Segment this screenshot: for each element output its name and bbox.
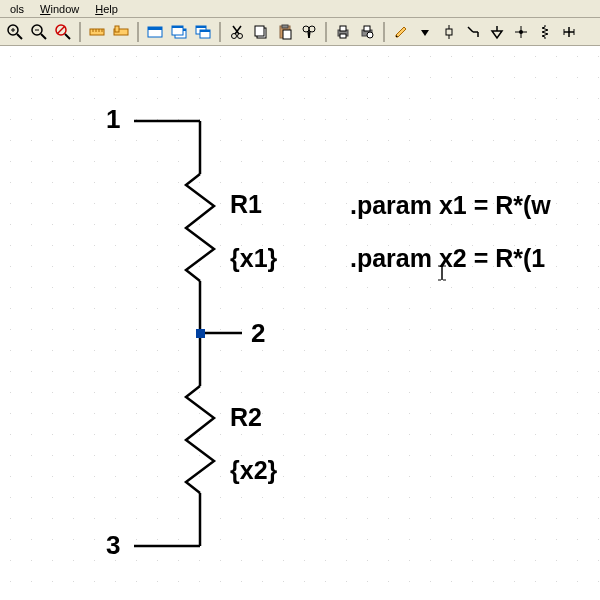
svg-point-30 — [238, 33, 243, 38]
menu-bar: ols Window Help — [0, 0, 600, 18]
schematic-drawing — [0, 46, 600, 600]
svg-marker-56 — [492, 31, 502, 38]
pencil-icon[interactable] — [390, 21, 412, 43]
junction-node — [196, 329, 205, 338]
resistor-icon[interactable] — [534, 21, 556, 43]
ruler1-icon[interactable] — [86, 21, 108, 43]
toolbar-separator — [219, 22, 221, 42]
toolbar-separator — [79, 22, 81, 42]
ruler2-icon[interactable] — [110, 21, 132, 43]
menu-tools[interactable]: ols — [4, 2, 30, 16]
paste-icon[interactable] — [274, 21, 296, 43]
spice-directive-1[interactable]: .param x1 = R*(w — [350, 191, 551, 220]
text-icon[interactable] — [558, 21, 580, 43]
svg-line-52 — [468, 27, 473, 32]
menu-window[interactable]: Window — [34, 2, 85, 16]
node-label-2[interactable]: 2 — [251, 318, 265, 349]
svg-point-59 — [519, 30, 523, 34]
component-value-r2[interactable]: {x2} — [230, 456, 277, 485]
svg-rect-34 — [282, 25, 288, 28]
component-icon[interactable] — [438, 21, 460, 43]
zoom-in-icon[interactable] — [4, 21, 26, 43]
node-label-1[interactable]: 1 — [106, 104, 120, 135]
svg-rect-18 — [148, 27, 162, 30]
ground-icon[interactable] — [486, 21, 508, 43]
svg-line-8 — [57, 26, 65, 34]
svg-marker-48 — [421, 30, 429, 36]
cut-icon[interactable] — [226, 21, 248, 43]
svg-rect-22 — [172, 26, 183, 28]
text-cursor-icon — [436, 264, 448, 282]
window-restore-icon[interactable] — [192, 21, 214, 43]
svg-line-1 — [17, 34, 22, 39]
svg-point-29 — [232, 33, 237, 38]
schematic-canvas[interactable]: 1 2 3 R1 {x1} R2 {x2} .param x1 = R*(w .… — [0, 46, 600, 600]
window-tile-icon[interactable] — [144, 21, 166, 43]
svg-rect-42 — [340, 34, 346, 38]
menu-help[interactable]: Help — [89, 2, 124, 16]
toolbar-separator — [325, 22, 327, 42]
svg-rect-32 — [255, 26, 264, 36]
svg-rect-41 — [340, 26, 346, 31]
svg-line-39 — [309, 31, 310, 38]
svg-marker-46 — [396, 27, 406, 37]
svg-rect-26 — [200, 30, 210, 32]
svg-rect-44 — [364, 26, 370, 31]
window-cascade-icon[interactable] — [168, 21, 190, 43]
zoom-out-icon[interactable] — [28, 21, 50, 43]
net-icon[interactable] — [510, 21, 532, 43]
find-icon[interactable] — [298, 21, 320, 43]
toolbar — [0, 18, 600, 46]
svg-point-45 — [367, 32, 373, 38]
svg-rect-50 — [446, 29, 452, 35]
svg-rect-24 — [196, 26, 206, 28]
zoom-reset-icon[interactable] — [52, 21, 74, 43]
print-icon[interactable] — [332, 21, 354, 43]
component-name-r1[interactable]: R1 — [230, 190, 262, 219]
print-preview-icon[interactable] — [356, 21, 378, 43]
toolbar-separator — [383, 22, 385, 42]
svg-rect-35 — [283, 30, 291, 39]
svg-line-5 — [41, 34, 46, 39]
svg-line-9 — [65, 34, 70, 39]
wire-icon[interactable] — [462, 21, 484, 43]
component-name-r2[interactable]: R2 — [230, 403, 262, 432]
node-label-3[interactable]: 3 — [106, 530, 120, 561]
component-value-r1[interactable]: {x1} — [230, 244, 277, 273]
toolbar-separator — [137, 22, 139, 42]
svg-rect-16 — [115, 26, 119, 32]
arrow-down-icon[interactable] — [414, 21, 436, 43]
copy-icon[interactable] — [250, 21, 272, 43]
